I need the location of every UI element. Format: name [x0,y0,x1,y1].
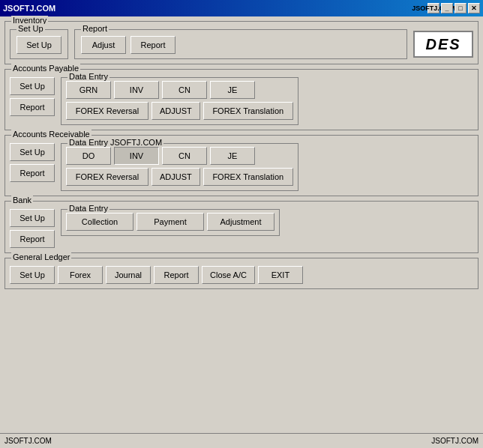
bank-label: Bank [11,196,33,205]
inventory-setup-group: Set Up Set Up [10,29,68,59]
inventory-report-button[interactable]: Report [130,36,176,54]
ap-inv-button[interactable]: INV [114,81,159,99]
gl-forex-button[interactable]: Forex [58,266,103,284]
ar-do-button[interactable]: DO [66,147,111,165]
ap-report-button[interactable]: Report [10,98,55,116]
ap-grn-button[interactable]: GRN [66,81,111,99]
gl-setup-button[interactable]: Set Up [10,266,55,284]
ar-forex-reversal-button[interactable]: FOREX Reversal [66,168,148,186]
bank-report-button[interactable]: Report [10,230,55,248]
bank-setup-button[interactable]: Set Up [10,209,55,227]
gl-close-ac-button[interactable]: Close A/C [202,266,255,284]
ap-je-button[interactable]: JE [210,81,255,99]
bank-adjustment-button[interactable]: Adjustment [207,213,274,231]
ar-report-button[interactable]: Report [10,164,55,182]
gl-journal-button[interactable]: Journal [106,266,151,284]
title-bar: JSOFTJ.COM JSOFTJ.COM _ □ ✕ [0,0,483,16]
des-logo: DES [413,31,473,58]
ap-data-entry-group: Data Entry GRN INV CN JE FOREX Reversal … [61,77,298,125]
general-ledger-label: General Ledger [11,252,71,261]
ar-data-entry-label: Data Entry JSOFTJ.COM [68,138,164,147]
gl-report-button[interactable]: Report [154,266,199,284]
ap-data-entry-label: Data Entry [68,72,110,81]
title-bar-right-text: JSOFTJ.COM [428,3,440,13]
status-bar-left: JSOFTJ.COM [4,437,52,445]
inventory-report-group: Report Adjust Report [74,29,407,59]
inventory-setup-button[interactable]: Set Up [16,36,62,54]
accounts-payable-group: Accounts Payable Set Up Report Data Entr… [4,69,478,130]
ar-inv-button[interactable]: INV [114,147,159,165]
ar-je-button[interactable]: JE [210,147,255,165]
accounts-receivable-group: Accounts Receivable Set Up Report Data E… [4,135,478,196]
inventory-setup-label: Set Up [16,24,45,33]
inventory-adjust-button[interactable]: Adjust [81,36,126,54]
status-bar: JSOFTJ.COM JSOFTJ.COM [0,433,483,448]
ap-setup-button[interactable]: Set Up [10,77,55,95]
bank-data-entry-label: Data Entry [68,204,110,213]
bank-group: Bank Set Up Report Data Entry Collection… [4,201,478,253]
ap-forex-translation-button[interactable]: FOREX Translation [203,102,293,120]
ar-adjust-button[interactable]: ADJUST [152,168,200,186]
ap-cn-button[interactable]: CN [162,81,207,99]
gl-exit-button[interactable]: EXIT [258,266,303,284]
ar-cn-button[interactable]: CN [162,147,207,165]
close-button[interactable]: ✕ [468,3,480,13]
ap-adjust-button[interactable]: ADJUST [152,102,200,120]
inventory-group: Inventory Set Up Set Up Report Adjust Re… [4,21,478,64]
ar-setup-button[interactable]: Set Up [10,143,55,161]
maximize-button[interactable]: □ [454,3,466,13]
ar-data-entry-group: Data Entry JSOFTJ.COM DO INV CN JE FOREX… [61,143,298,191]
ar-forex-translation-button[interactable]: FOREX Translation [203,168,293,186]
general-ledger-group: General Ledger Set Up Forex Journal Repo… [4,258,478,289]
inventory-report-label: Report [81,24,109,33]
bank-collection-button[interactable]: Collection [66,213,134,231]
status-bar-right: JSOFTJ.COM [431,437,478,445]
bank-data-entry-group: Data Entry Collection Payment Adjustment [61,209,280,236]
minimize-button[interactable]: _ [441,3,453,13]
main-content: Inventory Set Up Set Up Report Adjust Re… [0,16,483,433]
title-bar-left-text: JSOFTJ.COM [3,4,56,13]
ap-forex-reversal-button[interactable]: FOREX Reversal [66,102,148,120]
bank-payment-button[interactable]: Payment [136,213,204,231]
